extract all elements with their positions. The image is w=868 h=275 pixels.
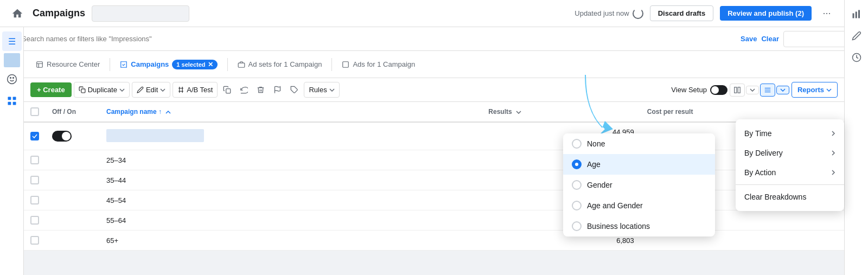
bd-radio-gender: [572, 180, 582, 190]
bd-radio-age-gender: [572, 201, 582, 210]
bd-item-biz-loc[interactable]: Business locations: [563, 216, 715, 236]
report-by-action[interactable]: By Action: [736, 163, 844, 182]
reports-button[interactable]: Reports: [792, 82, 838, 98]
account-icon[interactable]: [4, 53, 20, 67]
more-options-button[interactable]: ···: [818, 5, 835, 22]
tab-campaigns[interactable]: Campaigns 1 selected ✕: [114, 56, 222, 73]
breakdown-dropdown-button[interactable]: [776, 86, 789, 94]
edit-button[interactable]: Edit: [132, 82, 170, 98]
svg-rect-0: [852, 14, 854, 18]
home-icon[interactable]: [9, 5, 26, 22]
svg-point-6: [12, 78, 14, 79]
top-search-box: [92, 5, 189, 22]
bd-item-none[interactable]: None: [563, 133, 715, 154]
delete-button[interactable]: [253, 82, 268, 97]
ab-test-button[interactable]: A/B Test: [173, 82, 218, 98]
smiley-icon[interactable]: [2, 69, 22, 89]
svg-rect-20: [765, 87, 771, 88]
campaign-name-blurred: [106, 129, 204, 142]
edit-pencil-icon[interactable]: [847, 26, 866, 46]
save-filter-link[interactable]: Save: [741, 35, 757, 43]
row-checkbox[interactable]: [30, 132, 39, 140]
table-row: 35–44 12,735: [24, 170, 844, 190]
table-row: 45–54 8,901: [24, 190, 844, 210]
search-bar: Save Clear: [0, 27, 868, 51]
col-results: Results: [482, 102, 640, 122]
age-group-name: 65+: [100, 231, 482, 251]
main-content: Resource Center Campaigns 1 selected ✕ A…: [24, 51, 844, 275]
age-group-name: 45–54: [100, 190, 482, 210]
svg-rect-14: [81, 89, 85, 93]
chart-icon[interactable]: [847, 4, 866, 24]
tab-adsets[interactable]: Ad sets for 1 Campaign: [232, 57, 328, 72]
table-row: 65+ 6,803: [24, 231, 844, 251]
svg-rect-10: [12, 102, 16, 105]
flag-button[interactable]: [270, 82, 285, 97]
report-by-time[interactable]: By Time: [736, 124, 844, 143]
toolbar: + Create Duplicate Edit A/B Test: [24, 78, 844, 102]
row-checkbox[interactable]: [30, 196, 39, 204]
row-toggle[interactable]: [52, 131, 72, 142]
badge-close[interactable]: ✕: [208, 61, 213, 68]
review-publish-button[interactable]: Review and publish (2): [720, 6, 812, 21]
age-group-name: 55–64: [100, 210, 482, 231]
svg-rect-7: [8, 97, 11, 100]
table-row: 25–34 7,433: [24, 150, 844, 170]
campaigns-icon[interactable]: [2, 91, 22, 111]
clock-icon[interactable]: [847, 48, 866, 67]
rules-button[interactable]: Rules: [304, 82, 339, 98]
discard-drafts-button[interactable]: Discard drafts: [650, 5, 713, 21]
bd-item-gender[interactable]: Gender: [563, 175, 715, 195]
view-setup-area: View Setup: [671, 85, 727, 95]
bd-item-age[interactable]: Age: [563, 154, 715, 175]
refresh-icon[interactable]: [633, 8, 643, 19]
col-campaign-name[interactable]: Campaign name ↑: [100, 102, 482, 122]
bd-radio-age: [572, 159, 582, 169]
page-title: Campaigns: [33, 8, 85, 19]
row-checkbox[interactable]: [30, 176, 39, 184]
column-dropdown-button[interactable]: [746, 86, 759, 94]
view-setup-toggle[interactable]: [710, 85, 727, 95]
svg-rect-22: [765, 91, 771, 92]
update-status: Updated just now: [575, 8, 643, 19]
bd-radio-biz-loc: [572, 221, 582, 231]
row-checkbox[interactable]: [30, 156, 39, 164]
tag-button[interactable]: [287, 82, 302, 97]
columns-view-button[interactable]: [730, 84, 745, 97]
svg-rect-12: [238, 63, 245, 67]
clear-filter-link[interactable]: Clear: [761, 35, 779, 43]
reports-separator: [736, 184, 844, 185]
svg-rect-15: [226, 89, 231, 93]
svg-rect-18: [735, 87, 737, 93]
bd-radio-none: [572, 139, 582, 149]
svg-rect-19: [738, 87, 740, 93]
age-group-name: 25–34: [100, 150, 482, 170]
menu-icon[interactable]: ☰: [2, 31, 22, 51]
create-button[interactable]: + Create: [30, 82, 72, 97]
row-checkbox[interactable]: [30, 236, 39, 245]
bd-item-age-gender[interactable]: Age and Gender: [563, 195, 715, 216]
clear-breakdowns-button[interactable]: Clear Breakdowns: [736, 187, 844, 207]
search-actions: Save Clear: [741, 35, 779, 43]
svg-rect-8: [12, 97, 16, 100]
tab-resource-center[interactable]: Resource Center: [30, 57, 105, 72]
copy-button[interactable]: [220, 82, 234, 97]
breakdown-view-button[interactable]: [760, 84, 775, 97]
report-by-delivery[interactable]: By Delivery: [736, 143, 844, 163]
tab-bar: Resource Center Campaigns 1 selected ✕ A…: [24, 51, 844, 78]
row-checkbox[interactable]: [30, 216, 39, 225]
duplicate-button[interactable]: Duplicate: [74, 82, 130, 98]
select-all-checkbox[interactable]: [30, 107, 39, 116]
svg-rect-21: [765, 89, 771, 90]
search-input[interactable]: [22, 35, 736, 43]
undo-button[interactable]: [237, 82, 251, 97]
svg-rect-1: [855, 12, 857, 18]
breakdown-dropdown: None Age Gender Age and Gender Business …: [563, 133, 715, 236]
selected-badge[interactable]: 1 selected ✕: [172, 60, 217, 69]
age-group-name: 35–44: [100, 170, 482, 190]
tab-ads[interactable]: Ads for 1 Campaign: [336, 57, 420, 72]
col-off-on: Off / On: [46, 102, 100, 122]
svg-rect-13: [343, 61, 349, 67]
reports-dropdown: By Time By Delivery By Action Clear Brea…: [736, 119, 844, 211]
right-sidebar: [844, 0, 868, 275]
